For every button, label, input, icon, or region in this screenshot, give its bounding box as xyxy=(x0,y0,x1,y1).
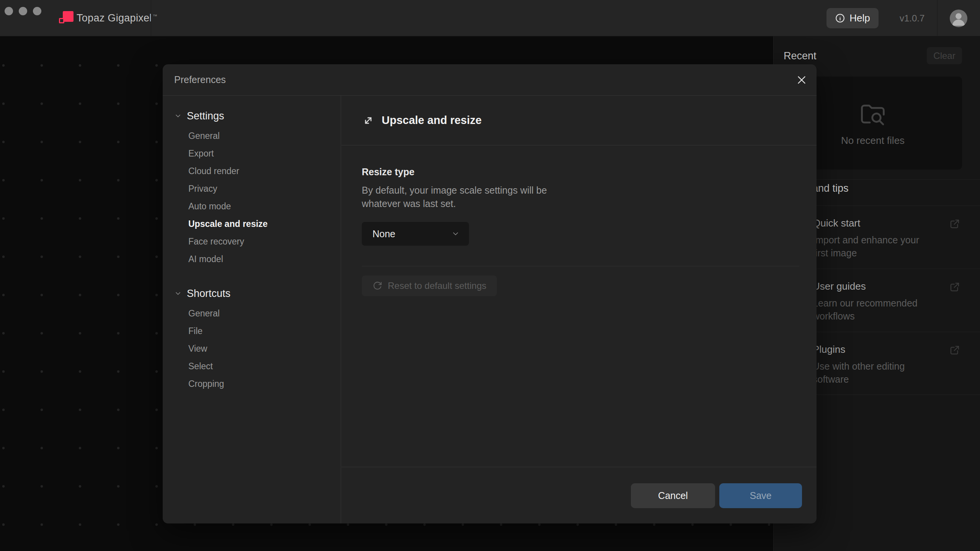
application-window: Recent Clear No recent files Guides and … xyxy=(0,0,980,551)
content-body: Resize type By default, your image scale… xyxy=(341,145,817,296)
tip-card-description: Import and enhance your first image xyxy=(813,233,931,259)
dialog-header: Preferences xyxy=(163,64,817,96)
chevron-down-icon xyxy=(451,230,460,238)
tip-card-title: Quick start xyxy=(813,217,860,229)
topaz-logo-icon xyxy=(58,10,75,26)
window-controls xyxy=(5,7,41,15)
titlebar-divider xyxy=(937,0,938,36)
nav-item-shortcuts-cropping[interactable]: Cropping xyxy=(163,375,341,393)
shortcuts-nav-items: General File View Select Cropping xyxy=(163,305,341,393)
content-section-header: Upscale and resize xyxy=(341,96,817,145)
titlebar-divider xyxy=(151,0,151,36)
tip-card-title: User guides xyxy=(813,280,866,292)
account-avatar[interactable] xyxy=(950,10,967,27)
refresh-icon xyxy=(372,281,382,291)
settings-nav-items: General Export Cloud render Privacy Auto… xyxy=(163,127,341,268)
no-recent-files-label: No recent files xyxy=(841,135,905,147)
version-label: v1.0.7 xyxy=(900,13,924,24)
close-icon[interactable] xyxy=(795,73,808,86)
reset-label: Reset to default settings xyxy=(388,280,486,291)
external-link-icon xyxy=(949,281,960,293)
titlebar: Topaz Gigapixel™ Help v1.0.7 xyxy=(0,0,980,36)
window-minimize-button[interactable] xyxy=(19,7,27,15)
nav-item-cloud-render[interactable]: Cloud render xyxy=(163,162,341,180)
info-icon xyxy=(835,13,845,23)
nav-item-shortcuts-select[interactable]: Select xyxy=(163,357,341,375)
resize-type-label: Resize type xyxy=(362,166,799,178)
clear-recent-button[interactable]: Clear xyxy=(927,47,962,64)
window-zoom-button[interactable] xyxy=(33,7,41,15)
nav-section-label: Shortcuts xyxy=(187,288,230,300)
help-label: Help xyxy=(849,12,870,24)
external-link-icon xyxy=(949,344,960,356)
resize-arrows-icon xyxy=(362,114,375,127)
nav-item-export[interactable]: Export xyxy=(163,145,341,162)
nav-item-privacy[interactable]: Privacy xyxy=(163,180,341,197)
resize-type-dropdown[interactable]: None xyxy=(362,222,469,246)
app-logo: Topaz Gigapixel™ xyxy=(58,10,157,26)
resize-type-description: By default, your image scale settings wi… xyxy=(362,184,570,210)
nav-item-shortcuts-general[interactable]: General xyxy=(163,305,341,322)
dialog-title: Preferences xyxy=(174,74,226,85)
nav-item-face-recovery[interactable]: Face recovery xyxy=(163,233,341,250)
dropdown-selected-value: None xyxy=(372,228,395,240)
nav-item-auto-mode[interactable]: Auto mode xyxy=(163,197,341,215)
nav-item-ai-model[interactable]: AI model xyxy=(163,250,341,268)
nav-section-shortcuts[interactable]: Shortcuts xyxy=(163,287,341,300)
preferences-nav: Settings General Export Cloud render Pri… xyxy=(163,96,341,523)
content-section-title: Upscale and resize xyxy=(382,114,482,127)
nav-section-settings[interactable]: Settings xyxy=(163,109,341,122)
external-link-icon xyxy=(949,218,960,230)
preferences-content: Upscale and resize Resize type By defaul… xyxy=(341,96,817,523)
chevron-down-icon xyxy=(174,112,182,120)
chevron-down-icon xyxy=(174,290,182,297)
tip-card-description: Use with other editing software xyxy=(813,360,931,386)
tip-card-title: Plugins xyxy=(813,344,845,355)
nav-item-general[interactable]: General xyxy=(163,127,341,145)
window-close-button[interactable] xyxy=(5,7,13,15)
content-divider xyxy=(362,266,799,266)
footer-divider xyxy=(341,467,817,467)
nav-item-shortcuts-view[interactable]: View xyxy=(163,340,341,357)
folder-search-icon xyxy=(858,99,887,129)
nav-section-label: Settings xyxy=(187,110,224,122)
recent-header-row: Recent Clear xyxy=(774,47,980,65)
nav-item-upscale-and-resize[interactable]: Upscale and resize xyxy=(163,215,341,233)
trademark: ™ xyxy=(153,13,157,19)
reset-to-default-button[interactable]: Reset to default settings xyxy=(362,276,497,296)
recent-title: Recent xyxy=(784,50,817,62)
help-button[interactable]: Help xyxy=(826,8,879,28)
save-button[interactable]: Save xyxy=(719,483,802,508)
tip-card-description: Learn our recommended workflows xyxy=(813,297,931,323)
cancel-button[interactable]: Cancel xyxy=(631,483,715,508)
preferences-dialog: Preferences Settings General Export Clou… xyxy=(163,64,817,523)
nav-item-shortcuts-file[interactable]: File xyxy=(163,322,341,340)
app-title: Topaz Gigapixel™ xyxy=(77,12,157,24)
